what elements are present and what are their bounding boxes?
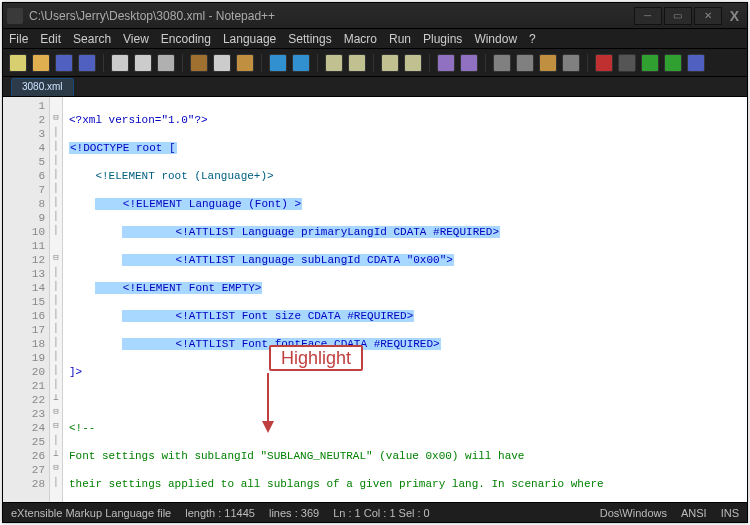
tabbar: 3080.xml <box>3 77 747 97</box>
save-all-icon[interactable] <box>78 54 96 72</box>
record-macro-icon[interactable] <box>595 54 613 72</box>
sync-h-icon[interactable] <box>460 54 478 72</box>
paste-icon[interactable] <box>236 54 254 72</box>
window-title: C:\Users\Jerry\Desktop\3080.xml - Notepa… <box>29 9 632 23</box>
toolbar-sep <box>182 54 183 72</box>
notepadpp-window: C:\Users\Jerry\Desktop\3080.xml - Notepa… <box>2 2 748 523</box>
play-multi-icon[interactable] <box>664 54 682 72</box>
undo-icon[interactable] <box>269 54 287 72</box>
minimize-button[interactable]: ─ <box>634 7 662 25</box>
status-language: eXtensible Markup Language file <box>11 507 171 519</box>
statusbar: eXtensible Markup Language file length :… <box>3 502 747 522</box>
menu-edit[interactable]: Edit <box>40 32 61 46</box>
sync-v-icon[interactable] <box>437 54 455 72</box>
copy-icon[interactable] <box>213 54 231 72</box>
stop-macro-icon[interactable] <box>618 54 636 72</box>
toolbar-sep <box>317 54 318 72</box>
find-icon[interactable] <box>325 54 343 72</box>
status-lines: lines : 369 <box>269 507 319 519</box>
menu-search[interactable]: Search <box>73 32 111 46</box>
toolbar-sep <box>373 54 374 72</box>
menu-plugins[interactable]: Plugins <box>423 32 462 46</box>
menu-language[interactable]: Language <box>223 32 276 46</box>
menubar: File Edit Search View Encoding Language … <box>3 29 747 49</box>
open-file-icon[interactable] <box>32 54 50 72</box>
replace-icon[interactable] <box>348 54 366 72</box>
line-number-gutter: 1234567891011121314151617181920212223242… <box>3 97 49 502</box>
close-file-icon[interactable] <box>111 54 129 72</box>
menu-help[interactable]: ? <box>529 32 536 46</box>
print-icon[interactable] <box>157 54 175 72</box>
editor[interactable]: 1234567891011121314151617181920212223242… <box>3 97 747 502</box>
user-lang-icon[interactable] <box>562 54 580 72</box>
toolbar-sep <box>485 54 486 72</box>
menu-window[interactable]: Window <box>474 32 517 46</box>
save-macro-icon[interactable] <box>687 54 705 72</box>
titlebar[interactable]: C:\Users\Jerry\Desktop\3080.xml - Notepa… <box>3 3 747 29</box>
save-icon[interactable] <box>55 54 73 72</box>
fold-margin[interactable]: ⊟││││││││⊟│││││││││⊥⊟⊟│⊥⊟│ <box>49 97 63 502</box>
wordwrap-icon[interactable] <box>493 54 511 72</box>
status-length: length : 11445 <box>185 507 255 519</box>
zoom-in-icon[interactable] <box>381 54 399 72</box>
cut-icon[interactable] <box>190 54 208 72</box>
toolbar-sep <box>429 54 430 72</box>
menu-settings[interactable]: Settings <box>288 32 331 46</box>
new-file-icon[interactable] <box>9 54 27 72</box>
close-button[interactable]: ✕ <box>694 7 722 25</box>
show-all-chars-icon[interactable] <box>516 54 534 72</box>
menu-run[interactable]: Run <box>389 32 411 46</box>
indent-guides-icon[interactable] <box>539 54 557 72</box>
code-content[interactable]: <?xml version="1.0"?> <!DOCTYPE root [ <… <box>63 97 747 502</box>
xml-decl: <?xml version="1.0"?> <box>69 114 208 126</box>
play-macro-icon[interactable] <box>641 54 659 72</box>
status-eol: Dos\Windows <box>600 507 667 519</box>
zoom-out-icon[interactable] <box>404 54 422 72</box>
menu-file[interactable]: File <box>9 32 28 46</box>
toolbar-sep <box>261 54 262 72</box>
redo-icon[interactable] <box>292 54 310 72</box>
status-position: Ln : 1 Col : 1 Sel : 0 <box>333 507 430 519</box>
menu-encoding[interactable]: Encoding <box>161 32 211 46</box>
menu-view[interactable]: View <box>123 32 149 46</box>
callout-box: Highlight <box>269 345 363 371</box>
app-close-icon[interactable]: X <box>730 8 739 24</box>
toolbar <box>3 49 747 77</box>
status-encoding: ANSI <box>681 507 707 519</box>
status-insert-mode: INS <box>721 507 739 519</box>
file-tab[interactable]: 3080.xml <box>11 78 74 96</box>
app-icon <box>7 8 23 24</box>
toolbar-sep <box>587 54 588 72</box>
close-all-icon[interactable] <box>134 54 152 72</box>
toolbar-sep <box>103 54 104 72</box>
menu-macro[interactable]: Macro <box>344 32 377 46</box>
maximize-button[interactable]: ▭ <box>664 7 692 25</box>
